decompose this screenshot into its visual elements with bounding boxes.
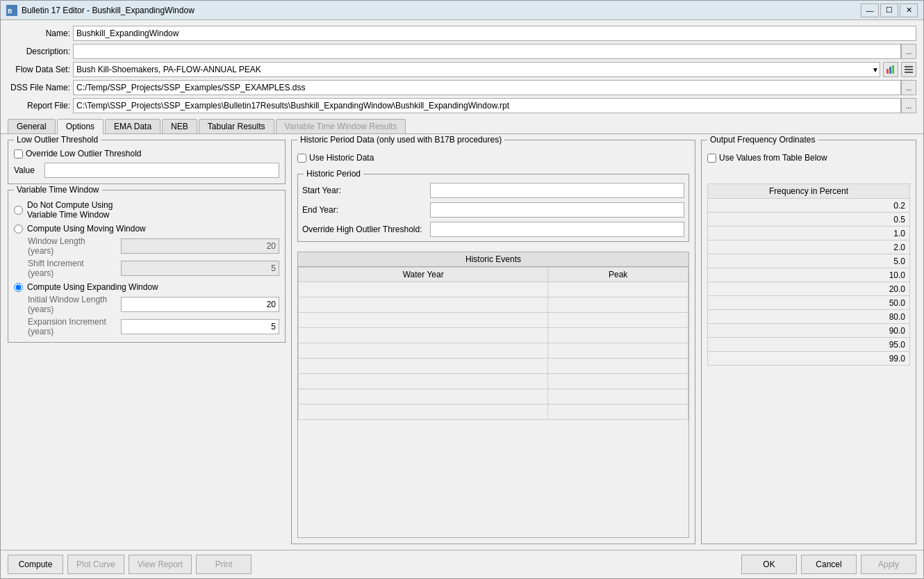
window-length-label: Window Length(years) (28, 236, 118, 256)
table-row[interactable] (299, 282, 688, 297)
dss-browse-button[interactable]: ... (901, 80, 916, 95)
use-historic-row: Use Historic Data (297, 153, 689, 163)
svg-rect-2 (886, 69, 889, 74)
report-file-input[interactable] (73, 98, 901, 113)
tab-ema-data[interactable]: EMA Data (105, 119, 160, 133)
low-outlier-value-input[interactable] (44, 163, 279, 178)
water-year-cell (299, 297, 548, 313)
close-button[interactable]: ✕ (900, 3, 918, 17)
table-row[interactable] (299, 389, 688, 405)
low-outlier-title: Low Outlier Threshold (14, 135, 101, 145)
shift-increment-input[interactable] (121, 261, 279, 276)
minimize-button[interactable]: — (861, 3, 879, 17)
bottom-right-buttons: OK Cancel Apply (741, 555, 916, 574)
svg-rect-5 (905, 66, 913, 67)
use-values-checkbox[interactable] (707, 154, 716, 163)
radio-do-not-label: Do Not Compute UsingVariable Time Window (27, 200, 113, 220)
bottom-left-buttons: Compute Plot Curve View Report Print (8, 555, 251, 574)
flow-chart-button[interactable] (883, 62, 898, 77)
tab-tabular-results[interactable]: Tabular Results (199, 119, 274, 133)
flow-data-row: Flow Data Set: Bush Kill-Shoemakers, PA-… (8, 62, 916, 77)
peak-cell (548, 405, 688, 420)
freq-row: 90.0 (708, 324, 910, 338)
freq-row: 5.0 (708, 254, 910, 268)
name-label: Name: (8, 28, 70, 38)
freq-value-cell: 90.0 (708, 324, 910, 338)
window-title: Bulletin 17 Editor - Bushkill_ExpandingW… (22, 6, 195, 15)
plot-curve-button[interactable]: Plot Curve (67, 555, 124, 574)
end-year-input[interactable] (430, 202, 684, 218)
radio-expanding-row: Compute Using Expanding Window (14, 282, 279, 292)
dss-file-label: DSS File Name: (8, 83, 70, 92)
start-year-row: Start Year: (302, 183, 684, 198)
tab-general[interactable]: General (8, 119, 56, 133)
historic-period-subtitle: Historic Period (304, 169, 363, 179)
water-year-cell (299, 374, 548, 389)
description-input[interactable] (73, 44, 901, 59)
table-row[interactable] (299, 343, 688, 359)
freq-row: 99.0 (708, 352, 910, 366)
tab-options[interactable]: Options (57, 119, 104, 134)
events-table-title: Historic Events (298, 252, 688, 267)
apply-button[interactable]: Apply (861, 555, 916, 574)
tab-neb[interactable]: NEB (162, 119, 197, 133)
water-year-cell (299, 405, 548, 420)
table-row[interactable] (299, 405, 688, 420)
historic-period-group: Historic Period Data (only used with B17… (291, 140, 695, 544)
radio-expanding-label: Compute Using Expanding Window (27, 282, 158, 292)
radio-moving[interactable] (14, 225, 23, 234)
svg-rect-4 (892, 65, 894, 74)
svg-rect-6 (905, 69, 913, 70)
compute-button[interactable]: Compute (8, 555, 63, 574)
name-input[interactable] (73, 26, 916, 41)
view-report-button[interactable]: View Report (129, 555, 192, 574)
peak-cell (548, 374, 688, 389)
maximize-button[interactable]: ☐ (880, 3, 898, 17)
dss-file-input[interactable] (73, 80, 901, 95)
flow-data-label: Flow Data Set: (8, 65, 70, 74)
peak-cell (548, 359, 688, 374)
table-row[interactable] (299, 328, 688, 343)
use-historic-label: Use Historic Data (309, 153, 374, 163)
description-row: Description: ... (8, 44, 916, 59)
freq-value-cell: 99.0 (708, 352, 910, 366)
freq-row: 1.0 (708, 227, 910, 240)
app-icon: B (6, 5, 17, 16)
water-year-cell (299, 343, 548, 359)
historic-period-data-title: Historic Period Data (only used with B17… (297, 135, 504, 145)
flow-list-button[interactable] (901, 62, 916, 77)
start-year-input[interactable] (430, 183, 684, 198)
events-table-container: Historic Events Water Year Peak (297, 252, 689, 538)
end-year-row: End Year: (302, 202, 684, 218)
radio-expanding[interactable] (14, 283, 23, 292)
water-year-cell (299, 389, 548, 405)
radio-do-not-row: Do Not Compute UsingVariable Time Window (14, 200, 279, 220)
freq-value-cell: 10.0 (708, 268, 910, 282)
radio-do-not[interactable] (14, 206, 23, 215)
override-low-outlier-checkbox[interactable] (14, 149, 23, 158)
expansion-increment-input[interactable] (121, 319, 279, 334)
freq-value-cell: 1.0 (708, 227, 910, 240)
cancel-button[interactable]: Cancel (801, 555, 857, 574)
override-high-input[interactable] (430, 222, 684, 237)
print-button[interactable]: Print (196, 555, 251, 574)
water-year-cell (299, 282, 548, 297)
table-row[interactable] (299, 313, 688, 328)
svg-text:B: B (8, 8, 13, 15)
ok-button[interactable]: OK (741, 555, 797, 574)
freq-row: 0.2 (708, 199, 910, 213)
table-row[interactable] (299, 374, 688, 389)
tab-variable-time-window-results: Variable Time Window Results (276, 119, 406, 133)
table-row[interactable] (299, 359, 688, 374)
report-browse-button[interactable]: ... (901, 98, 916, 113)
peak-cell (548, 313, 688, 328)
table-row[interactable] (299, 297, 688, 313)
description-browse-button[interactable]: ... (901, 44, 916, 59)
window-length-input[interactable] (121, 238, 279, 254)
flow-data-select[interactable]: Bush Kill-Shoemakers, PA-FLOW-ANNUAL PEA… (73, 62, 880, 77)
initial-window-input[interactable] (121, 297, 279, 312)
end-year-label: End Year: (302, 205, 427, 215)
water-year-cell (299, 328, 548, 343)
report-file-row: Report File: ... (8, 98, 916, 113)
use-historic-checkbox[interactable] (297, 154, 306, 163)
